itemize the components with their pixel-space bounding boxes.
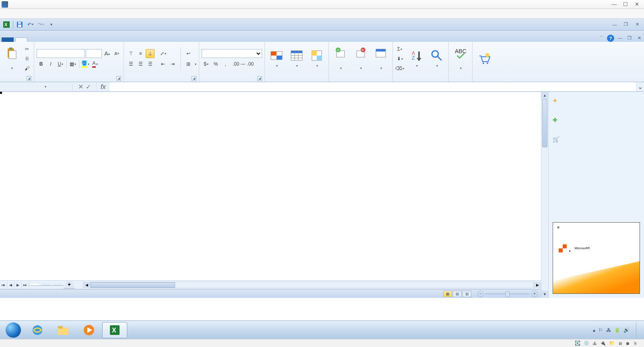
decrease-indent-icon[interactable]: ⇤: [159, 60, 167, 68]
purchase-button[interactable]: [475, 51, 493, 66]
align-center-icon[interactable]: ☰: [136, 60, 145, 68]
hscroll-track[interactable]: [90, 282, 534, 288]
tab-file[interactable]: [2, 37, 14, 42]
cell-styles-button[interactable]: ▾: [308, 48, 326, 69]
align-top-icon[interactable]: ⊤: [126, 49, 135, 58]
vertical-scrollbar[interactable]: ▲ ▼: [541, 92, 548, 298]
sheet-tab-sheet3[interactable]: [52, 284, 64, 286]
alignment-dialog-launcher[interactable]: ◢: [192, 76, 196, 81]
zoom-out-button[interactable]: −: [477, 291, 484, 297]
vb-indicator-optical-icon[interactable]: 💿: [584, 341, 589, 346]
percent-format-icon[interactable]: %: [211, 60, 220, 68]
hscroll-left-icon[interactable]: ◀: [83, 282, 90, 288]
clear-icon[interactable]: ⌫▾: [395, 64, 404, 73]
excel-icon[interactable]: X: [2, 21, 10, 29]
vb-indicator-usb-icon[interactable]: 🔌: [600, 341, 606, 346]
tab-page-layout[interactable]: [39, 37, 52, 42]
borders-icon[interactable]: ▦▾: [68, 60, 77, 68]
office-promo-box[interactable]: ® .Microsoft®: [553, 222, 640, 294]
font-size-combo[interactable]: [86, 49, 102, 58]
sheet-nav-last-icon[interactable]: ⏭: [22, 281, 29, 289]
spreadsheet-grid[interactable]: [0, 92, 541, 280]
start-button[interactable]: [2, 322, 24, 338]
conditional-formatting-button[interactable]: ▾: [267, 48, 286, 69]
name-box[interactable]: ▾: [0, 84, 72, 90]
doc-close-button[interactable]: ✕: [635, 34, 643, 42]
vb-indicator-hdd-icon[interactable]: 💽: [575, 341, 580, 346]
align-middle-icon[interactable]: ≡: [136, 49, 145, 58]
view-normal-icon[interactable]: ▦: [443, 291, 452, 297]
vb-maximize-button[interactable]: ☐: [620, 1, 631, 8]
tab-insert[interactable]: [27, 37, 39, 42]
vscroll-thumb[interactable]: [542, 99, 547, 147]
expand-formula-bar-icon[interactable]: ⌄: [636, 83, 644, 91]
vscroll-down-icon[interactable]: ▼: [541, 291, 548, 298]
number-dialog-launcher[interactable]: ◢: [257, 76, 262, 81]
cut-icon[interactable]: ✂: [23, 45, 31, 54]
enter-formula-icon[interactable]: ✓: [86, 83, 91, 91]
increase-indent-icon[interactable]: ⇥: [168, 60, 177, 68]
undo-icon[interactable]: ↶▾: [26, 21, 34, 29]
taskbar-ie-button[interactable]: [25, 322, 50, 338]
vb-close-button[interactable]: ✕: [631, 1, 642, 8]
italic-button[interactable]: I: [46, 60, 55, 68]
wrap-text-button[interactable]: ↩: [184, 49, 196, 58]
font-dialog-launcher[interactable]: ◢: [116, 76, 121, 81]
clipboard-dialog-launcher[interactable]: ◢: [27, 76, 31, 81]
formula-input[interactable]: [109, 82, 636, 91]
hscroll-thumb[interactable]: [91, 282, 175, 288]
find-select-button[interactable]: ▾: [427, 48, 446, 69]
tray-show-hidden-icon[interactable]: ▴: [593, 327, 595, 333]
shrink-font-icon[interactable]: A▾: [112, 49, 121, 58]
underline-button[interactable]: U▾: [56, 60, 65, 68]
align-bottom-icon[interactable]: ⊥: [146, 49, 155, 58]
save-icon[interactable]: [16, 21, 24, 29]
delete-cells-button[interactable]: ×▾: [351, 46, 370, 72]
excel-close-button[interactable]: ✕: [633, 21, 642, 29]
sheet-nav-prev-icon[interactable]: ◀: [7, 281, 14, 289]
vb-indicator-shared-icon[interactable]: 📁: [609, 341, 615, 346]
vb-minimize-button[interactable]: —: [609, 1, 620, 8]
vscroll-up-icon[interactable]: ▲: [541, 92, 548, 99]
taskbar-explorer-button[interactable]: [51, 322, 76, 338]
fill-handle[interactable]: [0, 92, 2, 94]
merge-center-button[interactable]: ⊞▾: [184, 60, 196, 68]
font-name-combo[interactable]: [37, 49, 85, 58]
sheet-nav-next-icon[interactable]: ▶: [14, 281, 22, 289]
fill-icon[interactable]: ⬇▾: [395, 54, 404, 63]
sort-filter-button[interactable]: AZ ▾: [407, 48, 426, 69]
align-right-icon[interactable]: ☰: [146, 60, 155, 68]
vb-indicator-mouse-icon[interactable]: 🖱: [633, 341, 638, 346]
view-page-layout-icon[interactable]: ▤: [453, 291, 462, 297]
sheet-tab-sheet1[interactable]: [29, 284, 41, 286]
tray-volume-icon[interactable]: 🔊: [623, 327, 630, 333]
cancel-formula-icon[interactable]: ✕: [78, 83, 83, 91]
font-color-icon[interactable]: A▾: [91, 60, 99, 68]
format-cells-button[interactable]: ▾: [372, 46, 390, 72]
qat-customize-icon[interactable]: ▾: [47, 21, 55, 29]
format-as-table-button[interactable]: ▾: [287, 48, 306, 69]
excel-minimize-button[interactable]: —: [610, 21, 619, 29]
copy-icon[interactable]: ⎘: [23, 54, 31, 63]
align-left-icon[interactable]: ☰: [126, 60, 135, 68]
doc-minimize-button[interactable]: —: [616, 34, 624, 42]
format-painter-icon[interactable]: 🖌: [23, 64, 31, 73]
view-page-break-icon[interactable]: ▥: [462, 291, 471, 297]
autosum-icon[interactable]: Σ▾: [395, 45, 404, 54]
taskbar-media-player-button[interactable]: [76, 322, 101, 338]
tray-network-icon[interactable]: 🖧: [606, 327, 611, 333]
zoom-in-button[interactable]: +: [531, 291, 538, 297]
fill-color-icon[interactable]: 🪣▾: [81, 60, 90, 68]
tab-home[interactable]: [15, 37, 27, 42]
increase-decimal-icon[interactable]: .00→: [234, 60, 243, 68]
tray-flag-icon[interactable]: ⚐: [599, 327, 603, 333]
accounting-format-icon[interactable]: $▾: [202, 60, 211, 68]
vb-indicator-display-icon[interactable]: 🖥: [618, 341, 622, 346]
minimize-ribbon-icon[interactable]: ˆ: [597, 34, 605, 42]
help-icon[interactable]: ?: [607, 35, 614, 42]
sheet-nav-first-icon[interactable]: ⏮: [0, 281, 7, 289]
hscroll-right-icon[interactable]: ▶: [534, 282, 541, 288]
tray-battery-icon[interactable]: 🔋: [614, 327, 620, 333]
number-format-combo[interactable]: [202, 49, 262, 58]
new-sheet-button[interactable]: ✦: [64, 281, 75, 289]
